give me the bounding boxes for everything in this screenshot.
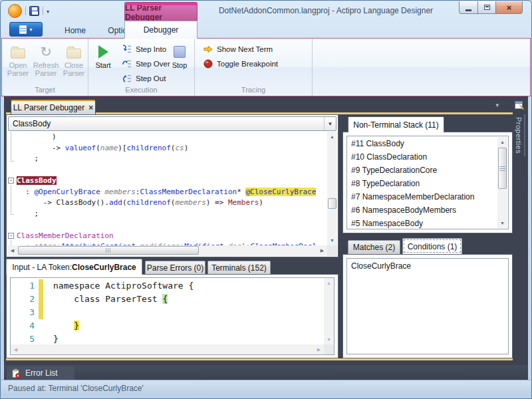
nonterminal-selector[interactable]: ClassBody ▼ [8, 116, 336, 131]
scroll-right-icon[interactable]: ▶ [314, 344, 324, 354]
button-label: Toggle Breakpoint [217, 60, 278, 68]
document-tab-close-icon[interactable]: × [88, 103, 93, 112]
grammar-editor[interactable]: ) -> valueof(name)[childrenof(cs) ;-Clas… [7, 132, 337, 256]
change-bar [39, 332, 43, 344]
error-list-tab[interactable]: Error List [7, 366, 74, 380]
scroll-right-icon[interactable]: ▶ [317, 245, 327, 255]
vertical-scrollbar[interactable]: ▲ ▼ [497, 137, 507, 228]
refresh-parser-button[interactable]: ↻ Refresh Parser [33, 41, 59, 82]
condition-item[interactable]: CloseCurlyBrace [347, 259, 508, 272]
stack-item[interactable]: #6 NamespaceBodyMembers [347, 203, 497, 216]
app-orb-icon[interactable] [8, 4, 22, 18]
button-label: Step Out [136, 74, 166, 82]
active-pane-bottom-border [6, 358, 513, 360]
vertical-scrollbar[interactable]: ▲ ▼ [327, 132, 337, 245]
button-label: Show Next Term [217, 45, 273, 53]
button-label: Start [95, 61, 110, 69]
show-next-term-button[interactable]: Show Next Term [199, 42, 282, 57]
stack-item[interactable]: #7 NamespaceMemberDeclaration [347, 190, 497, 203]
properties-autohide-strip: Properties [512, 96, 527, 380]
horizontal-scrollbar[interactable]: ◀ ▶ [7, 245, 327, 256]
scroll-left-icon[interactable]: ◀ [11, 344, 21, 354]
properties-icon [514, 99, 525, 110]
grammar-code-line: ; [7, 209, 327, 220]
change-bar [39, 279, 43, 293]
scroll-up-icon[interactable]: ▲ [324, 278, 334, 288]
fold-collapse-icon[interactable]: - [8, 178, 14, 184]
group-label-execution: Execution [88, 86, 194, 94]
open-folder-icon [11, 49, 25, 59]
stack-item[interactable]: #10 ClassDeclaration [347, 150, 497, 163]
grammar-code-line: ) [7, 132, 327, 143]
tab-debugger[interactable]: Debugger [124, 21, 198, 39]
button-label: Step Over [136, 60, 170, 68]
restore-button[interactable] [477, 1, 496, 14]
input-code: 1namespace ActiproSoftware {2 class Pars… [11, 278, 324, 344]
document-tab-ll-parser-debugger[interactable]: LL Parser Debugger × [11, 100, 96, 114]
stack-item[interactable]: #8 TypeDeclaration [347, 176, 497, 190]
status-bar: Paused at: Terminal 'CloseCurlyBrace' [1, 380, 531, 396]
scroll-up-icon[interactable]: ▲ [497, 137, 507, 147]
scrollbar-thumb[interactable] [498, 148, 507, 189]
grammar-code: ) -> valueof(name)[childrenof(cs) ;-Clas… [7, 132, 327, 245]
open-parser-button[interactable]: Open Parser [5, 41, 31, 82]
save-icon[interactable] [29, 6, 39, 16]
properties-tab[interactable]: Properties [513, 114, 525, 156]
step-out-button[interactable]: Step Out [118, 71, 174, 86]
ribbon: Open Parser ↻ Refresh Parser Close Parse… [1, 38, 531, 96]
ribbon-group-tracing: Show Next Term Toggle Breakpoint Tracing [195, 39, 313, 96]
stop-button[interactable]: Stop [167, 41, 192, 82]
toggle-breakpoint-button[interactable]: Toggle Breakpoint [199, 57, 282, 71]
tab-terminals[interactable]: Terminals (152) [207, 261, 271, 275]
stack-item[interactable]: #9 TypeDeclarationCore [347, 163, 497, 176]
minimize-icon [466, 9, 471, 11]
input-editor[interactable]: 1namespace ActiproSoftware {2 class Pars… [10, 277, 334, 355]
close-button[interactable]: × [495, 1, 523, 14]
docking-area: LL Parser Debugger × ▾ ClassBody ▼ ) -> … [4, 96, 528, 380]
scroll-up-icon[interactable]: ▲ [327, 132, 337, 142]
stack-item[interactable]: #11 ClassBody [347, 136, 497, 150]
line-number: 2 [11, 293, 39, 306]
combo-dropdown-icon[interactable]: ▼ [324, 117, 336, 130]
tab-nonterminal-stack[interactable]: Non-Terminal Stack (11) [348, 116, 444, 132]
input-code-line: 2 class ParserTest { [11, 293, 324, 306]
tab-parse-errors[interactable]: Parse Errors (0) [145, 261, 205, 275]
scroll-left-icon[interactable]: ◀ [7, 245, 17, 255]
step-over-button[interactable]: Step Over [118, 57, 174, 71]
nonterminal-stack-list[interactable]: #11 ClassBody#10 ClassDeclaration#9 Type… [346, 136, 509, 229]
scrollbar-thumb[interactable] [18, 246, 199, 255]
tab-input-la-token[interactable]: Input - LA Token: CloseCurlyBrace [6, 259, 142, 275]
play-icon [98, 45, 108, 59]
fold-collapse-icon[interactable]: - [8, 233, 14, 239]
minimize-button[interactable] [459, 1, 478, 14]
grammar-code-line: -> valueof(name)[childrenof(cs) [7, 143, 327, 154]
step-into-button[interactable]: Step Into [118, 42, 174, 57]
start-button[interactable]: Start [90, 41, 116, 82]
qat-more-icon[interactable]: ▾ [47, 8, 49, 15]
tab-label: Input - LA Token: [12, 263, 72, 272]
button-label: Refresh [33, 61, 59, 69]
vertical-scrollbar[interactable]: ▲ ▼ [324, 278, 334, 344]
scroll-down-icon[interactable]: ▼ [497, 218, 507, 228]
ribbon-group-execution: Start Step Into Step Over Step Out Sto [88, 39, 195, 96]
close-parser-button[interactable]: Close Parser [61, 41, 87, 82]
contextual-tab-group-header[interactable]: LL Parser Debugger [124, 2, 198, 21]
tab-matches[interactable]: Matches (2) [348, 240, 400, 254]
stack-item[interactable]: #5 NamespaceBody [347, 216, 497, 229]
pane-options-chevron-icon[interactable]: ▾ [495, 102, 499, 108]
la-token-value: CloseCurlyBrace [72, 263, 136, 272]
tab-conditions[interactable]: Conditions (1) [402, 238, 462, 254]
conditions-list[interactable]: CloseCurlyBrace [346, 258, 509, 354]
application-menu-button[interactable]: ▾ [9, 22, 43, 37]
horizontal-scrollbar[interactable]: ◀ ▶ [11, 344, 324, 354]
change-bar [39, 306, 43, 319]
scrollbar-thumb[interactable] [328, 198, 336, 209]
line-number: 4 [11, 319, 39, 332]
tab-home[interactable]: Home [55, 23, 96, 38]
application-window: ▾ LL Parser Debugger DotNetAddonCommon.l… [0, 0, 532, 399]
scroll-down-icon[interactable]: ▼ [324, 334, 334, 344]
input-code-line: 4 } [11, 319, 324, 332]
scroll-down-icon[interactable]: ▼ [327, 235, 337, 245]
step-into-icon [122, 44, 132, 55]
input-code-line: 1namespace ActiproSoftware { [11, 279, 324, 293]
